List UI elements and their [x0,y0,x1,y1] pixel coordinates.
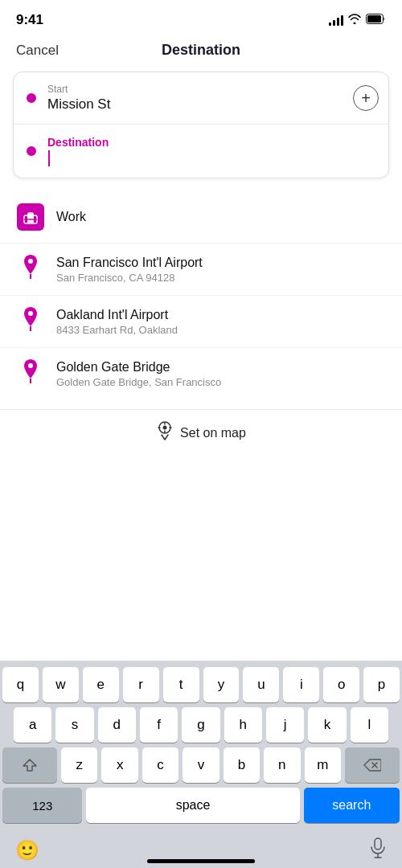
pin-icon-sfo [21,255,40,284]
key-t[interactable]: t [163,667,199,702]
svg-point-5 [28,259,33,264]
key-l[interactable]: l [351,707,388,743]
mic-key[interactable] [369,837,387,863]
status-time: 9:41 [16,12,43,28]
briefcase-icon [17,203,44,231]
signal-icon [329,14,343,26]
oak-icon-container [16,307,45,336]
header: Cancel Destination [0,35,402,68]
destination-label: Destination [47,136,109,149]
key-w[interactable]: w [43,667,79,702]
key-d[interactable]: d [98,707,136,743]
work-icon-container [16,203,45,231]
emoji-key[interactable]: 🙂 [15,839,39,862]
key-z[interactable]: z [61,747,97,783]
key-r[interactable]: r [123,667,159,702]
svg-point-7 [28,311,33,316]
ggb-name: Golden Gate Bridge [56,360,221,375]
suggestion-work[interactable]: Work [0,191,402,244]
key-i[interactable]: i [283,667,319,702]
pin-icon-ggb [21,359,40,388]
sfo-text: San Francisco Int'l Airport San Francisc… [56,256,203,284]
oak-name: Oakland Int'l Airport [56,308,178,322]
key-k[interactable]: k [308,707,346,743]
start-text-group: Start Mission St [47,84,110,113]
key-c[interactable]: c [142,747,178,783]
cancel-button[interactable]: Cancel [16,43,59,59]
key-v[interactable]: v [183,747,219,783]
wifi-icon [348,14,361,27]
keyboard-row-3: z x c v b n m [2,747,400,783]
start-label: Start [47,84,110,95]
add-button[interactable]: + [353,85,379,111]
location-card: Start Mission St + Destination [13,72,389,178]
ggb-icon-container [16,359,45,388]
key-u[interactable]: u [243,667,279,702]
work-name: Work [56,210,86,224]
start-row[interactable]: Start Mission St + [14,72,388,125]
key-j[interactable]: j [266,707,304,743]
ggb-text: Golden Gate Bridge Golden Gate Bridge, S… [56,360,221,388]
key-o[interactable]: o [323,667,359,702]
sfo-icon-container [16,255,45,284]
key-e[interactable]: e [83,667,119,702]
keyboard-row-1: q w e r t y u i o p [2,667,400,702]
key-p[interactable]: p [363,667,400,702]
status-bar: 9:41 [0,0,402,35]
set-on-map-label: Set on map [180,426,246,440]
svg-rect-15 [375,838,381,850]
suggestion-ggb[interactable]: Golden Gate Bridge Golden Gate Bridge, S… [0,348,402,399]
home-indicator [147,859,255,863]
page-title: Destination [162,42,240,59]
svg-point-9 [28,363,33,368]
oak-text: Oakland Int'l Airport 8433 Earhart Rd, O… [56,308,178,336]
key-x[interactable]: x [101,747,137,783]
keyboard-bottom-row: 🙂 [2,828,400,868]
key-y[interactable]: y [203,667,240,702]
pin-icon-oak [21,307,40,336]
key-m[interactable]: m [305,747,341,783]
svg-rect-1 [367,15,381,23]
plus-icon: + [361,90,371,106]
destination-text-group: Destination [47,136,109,166]
battery-icon [366,14,386,27]
key-search[interactable]: search [304,788,400,823]
destination-dot [27,146,36,156]
key-f[interactable]: f [140,707,178,743]
suggestion-sfo[interactable]: San Francisco Int'l Airport San Francisc… [0,244,402,296]
key-delete[interactable] [345,747,400,783]
key-a[interactable]: a [14,707,51,743]
key-s[interactable]: s [55,707,93,743]
key-n[interactable]: n [264,747,300,783]
keyboard-row-2: a s d f g h j k l [2,707,400,743]
sfo-name: San Francisco Int'l Airport [56,256,203,270]
svg-point-12 [163,426,167,430]
start-dot [27,93,36,103]
map-pin-icon [156,421,174,444]
set-on-map-button[interactable]: Set on map [0,409,402,451]
ggb-address: Golden Gate Bridge, San Francisco [56,376,221,388]
destination-row[interactable]: Destination [14,125,388,178]
suggestions-list: Work San Francisco Int'l Airport San Fra… [0,191,402,406]
keyboard-row-4: 123 space search [2,788,400,823]
key-q[interactable]: q [2,667,39,702]
key-shift[interactable] [2,747,57,783]
start-value: Mission St [47,96,110,113]
key-b[interactable]: b [224,747,260,783]
destination-input[interactable] [47,150,109,166]
suggestion-oak[interactable]: Oakland Int'l Airport 8433 Earhart Rd, O… [0,296,402,348]
status-icons [329,14,386,27]
key-g[interactable]: g [182,707,219,743]
keyboard: q w e r t y u i o p a s d f g h j k l z … [0,661,402,868]
key-numbers[interactable]: 123 [2,788,82,823]
text-cursor [48,150,50,166]
oak-address: 8433 Earhart Rd, Oakland [56,324,178,336]
key-space[interactable]: space [86,788,299,823]
work-text: Work [56,210,86,224]
key-h[interactable]: h [224,707,262,743]
sfo-address: San Francisco, CA 94128 [56,272,203,284]
